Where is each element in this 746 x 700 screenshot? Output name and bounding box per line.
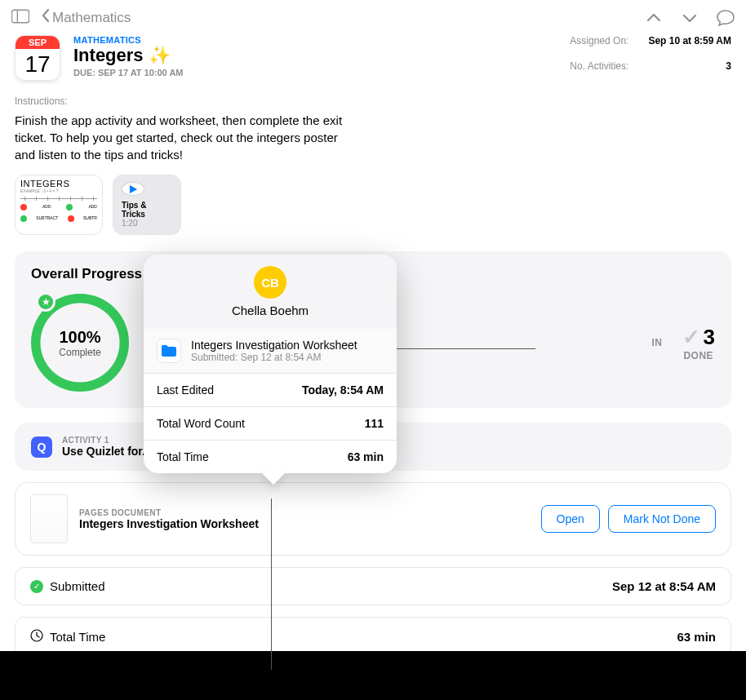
assignment-title: Integers (73, 45, 144, 66)
chat-icon[interactable] (717, 9, 735, 27)
avatar: CB (254, 266, 286, 299)
assigned-on-label: Assigned On: (570, 35, 628, 55)
star-badge-icon: ★ (36, 292, 56, 312)
popover-total-time-value: 63 min (348, 450, 384, 463)
activities-count-label: No. Activities: (570, 60, 628, 81)
assignment-header: SEP 17 MATHEMATICS Integers ✨ DUE: SEP 1… (0, 30, 746, 81)
chevron-up-icon[interactable] (645, 9, 663, 27)
popover-word-count-label: Total Word Count (157, 417, 245, 430)
stat-done-value: 3 (704, 325, 715, 350)
stat-done-label: DONE (682, 350, 715, 361)
mark-not-done-button[interactable]: Mark Not Done (608, 505, 716, 533)
poster-title: INTEGERS (20, 179, 97, 188)
submitted-row: ✓ Submitted Sep 12 at 8:54 AM (15, 567, 731, 605)
instructions-label: Instructions: (15, 95, 731, 107)
popover-total-time-row: Total Time 63 min (144, 441, 397, 473)
popover-total-time-label: Total Time (157, 450, 209, 463)
pages-document-card: PAGES DOCUMENT Integers Investigation Wo… (15, 482, 731, 556)
date-month: SEP (16, 36, 60, 49)
student-detail-popover: CB Chella Boehm Integers Investigation W… (144, 255, 397, 473)
stat-done: ✓3 DONE (682, 325, 715, 361)
document-thumbnail[interactable] (30, 494, 68, 543)
submitted-value: Sep 12 at 8:54 AM (612, 579, 716, 593)
svg-marker-2 (130, 185, 137, 193)
document-title: Integers Investigation Worksheet (79, 517, 530, 530)
instructions-section: Instructions: Finish the app activity an… (0, 81, 746, 163)
attachment-media[interactable]: Tips & Tricks 1:20 (113, 175, 181, 235)
check-icon: ✓ (682, 325, 700, 350)
subject-label: MATHEMATICS (73, 35, 557, 45)
assigned-on-value: Sep 10 at 8:59 AM (648, 35, 731, 55)
stat-in-label: IN (652, 337, 663, 348)
attachment-poster[interactable]: INTEGERS EXAMPLE: -3 • 4 = ? ADDADD SUBT… (15, 175, 103, 235)
popover-document-row[interactable]: Integers Investigation Worksheet Submitt… (144, 329, 397, 374)
totaltime-label: Total Time (50, 630, 105, 644)
assignment-meta: Assigned On: Sep 10 at 8:59 AM No. Activ… (570, 35, 731, 81)
sparkle-icon: ✨ (149, 45, 171, 66)
toolbar: Mathematics (0, 0, 746, 30)
progress-complete-label: Complete (59, 347, 100, 358)
activity-1-title: Use Quizlet for... (62, 445, 152, 458)
due-label: DUE: SEP 17 AT 10:00 AM (73, 68, 557, 78)
back-label: Mathematics (52, 10, 131, 26)
callout-line-2 (271, 498, 272, 670)
open-button[interactable]: Open (541, 505, 600, 533)
stat-in: IN (652, 337, 663, 348)
media-title: Tips & Tricks (122, 201, 172, 219)
quizlet-icon: Q (31, 436, 52, 458)
totaltime-value: 63 min (677, 630, 716, 644)
popover-doc-title: Integers Investigation Worksheet (191, 339, 357, 352)
media-duration: 1:20 (122, 219, 172, 228)
svg-rect-0 (11, 10, 29, 23)
popover-doc-sub: Submitted: Sep 12 at 8:54 AM (191, 352, 357, 363)
progress-percent: 100% (59, 328, 100, 347)
instructions-text: Finish the app activity and worksheet, t… (15, 112, 357, 163)
attachments-row: INTEGERS EXAMPLE: -3 • 4 = ? ADDADD SUBT… (0, 163, 746, 251)
submitted-check-icon: ✓ (30, 580, 43, 593)
popover-word-count-value: 111 (365, 417, 384, 430)
back-button[interactable]: Mathematics (41, 8, 131, 27)
popover-last-edited-label: Last Edited (157, 383, 214, 397)
popover-last-edited-row: Last Edited Today, 8:54 AM (144, 374, 397, 407)
popover-word-count-row: Total Word Count 111 (144, 407, 397, 441)
callout-line-1 (397, 348, 535, 349)
submitted-label: Submitted (50, 579, 105, 593)
bottom-black-bar (0, 651, 746, 700)
activity-1-tag: ACTIVITY 1 (62, 436, 152, 445)
play-icon (122, 182, 144, 196)
student-name: Chella Boehm (144, 303, 397, 317)
chevron-down-icon[interactable] (681, 9, 699, 27)
date-day: 17 (16, 49, 60, 80)
popover-last-edited-value: Today, 8:54 AM (302, 383, 384, 397)
document-tag: PAGES DOCUMENT (79, 508, 530, 517)
date-tile: SEP 17 (15, 35, 60, 81)
chevron-left-icon (41, 8, 51, 27)
clock-icon (30, 629, 43, 645)
sidebar-toggle-icon[interactable] (11, 9, 29, 27)
activities-count-value: 3 (648, 60, 731, 81)
folder-icon (157, 339, 181, 363)
